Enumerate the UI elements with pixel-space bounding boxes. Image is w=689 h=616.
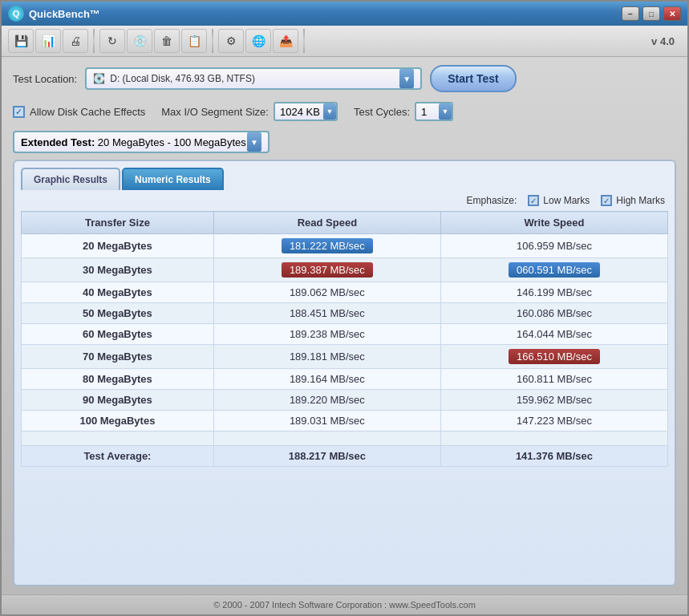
cell-read-speed: 181.222 MB/sec (213, 234, 440, 258)
settings-button[interactable]: ⚙ (218, 29, 244, 53)
content-area: Test Location: 💽 D: (Local Disk, 476.93 … (2, 57, 687, 594)
location-dropdown-text: 💽 D: (Local Disk, 476.93 GB, NTFS) (93, 73, 255, 84)
average-label: Test Average: (22, 446, 214, 467)
toolbar-separator-3 (303, 29, 305, 53)
extended-test-text: Extended Test: 20 MegaBytes - 100 MegaBy… (21, 136, 246, 148)
average-write: 141.376 MB/sec (440, 446, 667, 467)
max-io-dropdown-arrow: ▼ (323, 103, 336, 120)
disk-button[interactable]: 💿 (127, 29, 152, 53)
tabs-row: Graphic Results Numeric Results (21, 168, 668, 190)
table-row: 30 MegaBytes189.387 MB/sec060.591 MB/sec (22, 258, 668, 282)
extended-test-value: 20 MegaBytes - 100 MegaBytes (98, 136, 246, 148)
toolbar-separator-1 (93, 29, 95, 53)
cell-transfer-size: 80 MegaBytes (22, 369, 214, 390)
title-bar: Q QuickBench™ − □ ✕ (2, 2, 687, 26)
cell-read-speed: 189.181 MB/sec (213, 345, 440, 369)
cell-transfer-size: 60 MegaBytes (22, 324, 214, 345)
table-row: 80 MegaBytes189.164 MB/sec160.811 MB/sec (22, 369, 668, 390)
minimize-button[interactable]: − (622, 6, 639, 21)
options-row: ✓ Allow Disk Cache Effects Max I/O Segme… (13, 99, 676, 124)
tab-numeric-results[interactable]: Numeric Results (122, 168, 224, 190)
max-io-value: 1024 KB (280, 106, 320, 118)
results-panel: Graphic Results Numeric Results Emphasiz… (13, 160, 676, 586)
allow-disk-cache-checkbox[interactable]: ✓ (13, 106, 25, 118)
version-label: v 4.0 (651, 35, 681, 47)
spacer-row (22, 432, 668, 446)
low-marks-label: Low Marks (543, 195, 590, 206)
extended-test-dropdown[interactable]: Extended Test: 20 MegaBytes - 100 MegaBy… (13, 131, 270, 153)
save-button[interactable]: 💾 (8, 29, 34, 53)
cell-write-speed: 160.086 MB/sec (440, 303, 667, 324)
max-io-dropdown[interactable]: 1024 KB ▼ (274, 102, 338, 121)
low-marks-checkbox[interactable]: ✓ (528, 195, 539, 206)
restore-button[interactable]: □ (642, 6, 660, 21)
table-row: 50 MegaBytes188.451 MB/sec160.086 MB/sec (22, 303, 668, 324)
high-marks-group: ✓ High Marks (601, 195, 665, 206)
low-marks-group: ✓ Low Marks (528, 195, 590, 206)
cell-write-speed: 159.962 MB/sec (440, 390, 667, 411)
table-row: 100 MegaBytes189.031 MB/sec147.223 MB/se… (22, 411, 668, 432)
app-icon: Q (8, 6, 24, 22)
emphasize-label: Emphasize: (467, 195, 517, 206)
cell-write-speed: 147.223 MB/sec (440, 411, 667, 432)
cell-read-speed: 189.220 MB/sec (213, 390, 440, 411)
test-location-row: Test Location: 💽 D: (Local Disk, 476.93 … (13, 65, 676, 92)
test-cycles-label: Test Cycles: (354, 106, 410, 118)
test-cycles-dropdown[interactable]: 1 ▼ (415, 102, 453, 121)
extended-test-row: Extended Test: 20 MegaBytes - 100 MegaBy… (13, 131, 676, 153)
info-button[interactable]: 📋 (181, 29, 207, 53)
data-table: Transfer Size Read Speed Write Speed 20 … (21, 211, 668, 467)
toolbar: 💾 📊 🖨 ↻ 💿 🗑 📋 ⚙ 🌐 📤 v 4.0 (2, 26, 687, 57)
test-cycles-value: 1 (421, 106, 427, 118)
window-controls: − □ ✕ (622, 6, 681, 21)
refresh-button[interactable]: ↻ (99, 29, 125, 53)
window-title: QuickBench™ (29, 8, 622, 20)
max-io-label: Max I/O Segment Size: (161, 106, 269, 118)
allow-disk-cache-group: ✓ Allow Disk Cache Effects (13, 106, 145, 118)
cell-write-speed: 166.510 MB/sec (440, 345, 667, 369)
cell-write-speed: 160.811 MB/sec (440, 369, 667, 390)
table-row: 60 MegaBytes189.238 MB/sec164.044 MB/sec (22, 324, 668, 345)
cell-read-speed: 189.164 MB/sec (213, 369, 440, 390)
cell-transfer-size: 50 MegaBytes (22, 303, 214, 324)
print-button[interactable]: 🖨 (63, 29, 88, 53)
average-row: Test Average:188.217 MB/sec141.376 MB/se… (22, 446, 668, 467)
cell-read-speed: 189.238 MB/sec (213, 324, 440, 345)
cell-transfer-size: 90 MegaBytes (22, 390, 214, 411)
cell-write-speed: 146.199 MB/sec (440, 282, 667, 303)
cell-write-speed: 164.044 MB/sec (440, 324, 667, 345)
location-value: D: (Local Disk, 476.93 GB, NTFS) (110, 73, 255, 84)
cell-transfer-size: 20 MegaBytes (22, 234, 214, 258)
table-row: 90 MegaBytes189.220 MB/sec159.962 MB/sec (22, 390, 668, 411)
emphasize-row: Emphasize: ✓ Low Marks ✓ High Marks (21, 195, 668, 206)
close-button[interactable]: ✕ (663, 6, 681, 21)
extended-test-label: Extended Test: (21, 136, 95, 148)
cell-write-speed: 106.959 MB/sec (440, 234, 667, 258)
extended-test-dropdown-arrow: ▼ (247, 132, 261, 152)
cell-write-speed: 060.591 MB/sec (440, 258, 667, 282)
footer: © 2000 - 2007 Intech Software Corporatio… (2, 594, 687, 614)
test-cycles-dropdown-arrow: ▼ (439, 103, 452, 120)
footer-text: © 2000 - 2007 Intech Software Corporatio… (213, 600, 476, 610)
table-row: 20 MegaBytes181.222 MB/sec106.959 MB/sec (22, 234, 668, 258)
col-write-speed: Write Speed (440, 212, 667, 234)
start-test-button[interactable]: Start Test (430, 65, 517, 92)
delete-button[interactable]: 🗑 (154, 29, 180, 53)
high-marks-label: High Marks (616, 195, 665, 206)
cell-transfer-size: 30 MegaBytes (22, 258, 214, 282)
col-transfer-size: Transfer Size (22, 212, 214, 234)
main-window: Q QuickBench™ − □ ✕ 💾 📊 🖨 ↻ 💿 🗑 📋 ⚙ 🌐 📤 … (0, 0, 689, 616)
chart-button[interactable]: 📊 (35, 29, 61, 53)
cell-read-speed: 188.451 MB/sec (213, 303, 440, 324)
cell-read-speed: 189.031 MB/sec (213, 411, 440, 432)
export-button[interactable]: 📤 (273, 29, 298, 53)
high-marks-checkbox[interactable]: ✓ (601, 195, 612, 206)
tab-graphic-results[interactable]: Graphic Results (21, 168, 120, 190)
cell-transfer-size: 40 MegaBytes (22, 282, 214, 303)
location-dropdown-arrow: ▼ (399, 69, 414, 88)
table-row: 40 MegaBytes189.062 MB/sec146.199 MB/sec (22, 282, 668, 303)
test-cycles-group: Test Cycles: 1 ▼ (354, 102, 453, 121)
average-read: 188.217 MB/sec (213, 446, 440, 467)
location-dropdown[interactable]: 💽 D: (Local Disk, 476.93 GB, NTFS) ▼ (85, 67, 422, 90)
globe-button[interactable]: 🌐 (245, 29, 271, 53)
